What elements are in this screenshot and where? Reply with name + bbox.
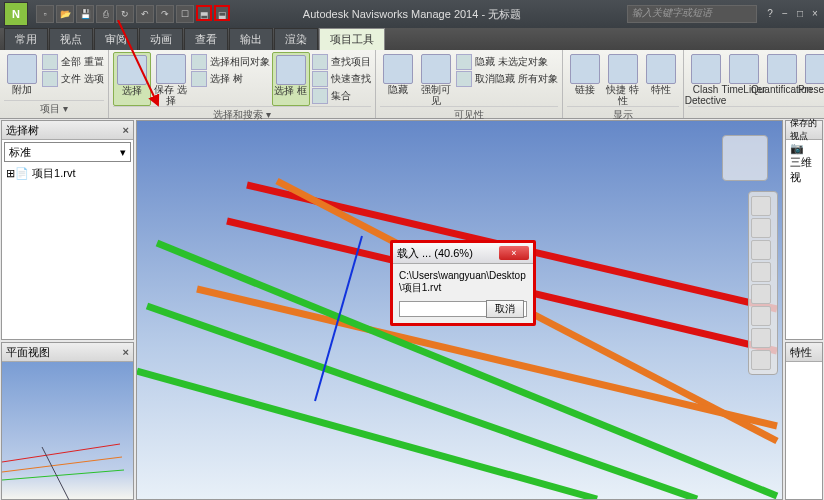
nav-pan-icon[interactable] [751, 218, 771, 238]
qat-highlighted-2[interactable]: ⬓ [214, 5, 230, 21]
links-button[interactable]: 链接 [567, 52, 603, 106]
qat-print-icon[interactable]: ⎙ [96, 5, 114, 23]
dialog-title-bar[interactable]: 载入 ... (40.6%) × [393, 243, 533, 264]
qat-new-icon[interactable]: ▫ [36, 5, 54, 23]
group-label: 项目 ▾ [4, 100, 104, 116]
hide-button[interactable]: 隐藏 [380, 52, 416, 106]
load-dialog: 载入 ... (40.6%) × C:\Users\wangyuan\Deskt… [390, 240, 536, 326]
quick-access-toolbar: ▫ 📂 💾 ⎙ ↻ ↶ ↷ ☐ ⬒ ⬓ [32, 3, 234, 25]
quick-properties-button[interactable]: 快捷 特性 [605, 52, 641, 106]
file-options-button[interactable]: 文件 选项 [42, 71, 104, 87]
save-selection-button[interactable]: 保存 选择 [153, 52, 189, 106]
saved-viewpoints-panel: 保存的视点 📷 三维视 [785, 120, 823, 340]
panel-header[interactable]: 选择树× [2, 121, 133, 140]
cancel-button[interactable]: 取消 [486, 300, 524, 318]
ribbon-group-tools: Clash Detective TimeLiner Quantification… [684, 50, 824, 118]
tree-content[interactable]: ⊞📄 项目1.rvt [2, 164, 133, 339]
select-tree-button[interactable]: 选择 树 [191, 71, 270, 87]
qat-refresh-icon[interactable]: ↻ [116, 5, 134, 23]
nav-camera-icon[interactable] [751, 350, 771, 370]
tab-viewpoint[interactable]: 视点 [49, 28, 93, 50]
tab-output[interactable]: 输出 [229, 28, 273, 50]
quick-find-button[interactable]: 快速查找 [312, 71, 371, 87]
plan-view[interactable] [2, 362, 133, 499]
force-visible-button[interactable]: 强制可见 [418, 52, 454, 106]
nav-orbit-icon[interactable] [751, 262, 771, 282]
close-icon[interactable]: × [808, 7, 822, 21]
hide-unselected-button[interactable]: 隐藏 未选定对象 [456, 54, 558, 70]
tab-view[interactable]: 查看 [184, 28, 228, 50]
left-dock: 选择树× 标准▾ ⊞📄 项目1.rvt 平面视图× [0, 119, 135, 500]
panel-header[interactable]: 平面视图× [2, 343, 133, 362]
select-same-button[interactable]: 选择相同对象 [191, 54, 270, 70]
viewcube[interactable] [722, 135, 768, 181]
ribbon-group-display: 链接 快捷 特性 特性 显示 [563, 50, 684, 118]
plan-view-panel: 平面视图× [1, 342, 134, 500]
window-title: Autodesk Navisworks Manage 2014 - 无标题 [303, 7, 521, 22]
nav-zoom-icon[interactable] [751, 240, 771, 260]
app-logo[interactable]: N [4, 2, 28, 26]
tab-animation[interactable]: 动画 [139, 28, 183, 50]
ribbon-group-project: 附加 全部 重置 文件 选项 项目 ▾ [0, 50, 109, 118]
dialog-path: C:\Users\wangyuan\Desktop\项目1.rvt [399, 270, 527, 295]
presenter-button[interactable]: Presenter [802, 52, 824, 106]
qat-undo-icon[interactable]: ↶ [136, 5, 154, 23]
reset-all-button[interactable]: 全部 重置 [42, 54, 104, 70]
timeliner-button[interactable]: TimeLiner [726, 52, 762, 106]
navigation-bar [748, 191, 778, 375]
ribbon-group-select: 选择 保存 选择 选择相同对象 选择 树 选择 框 查找项目 快速查找 集合 选… [109, 50, 376, 118]
panel-header[interactable]: 特性 [786, 343, 822, 362]
qat-save-icon[interactable]: 💾 [76, 5, 94, 23]
close-panel-icon[interactable]: × [123, 124, 129, 136]
window-controls: ? − □ × [763, 7, 822, 21]
qat-redo-icon[interactable]: ↷ [156, 5, 174, 23]
select-box-button[interactable]: 选择 框 [272, 52, 310, 106]
nav-wheel-icon[interactable] [751, 196, 771, 216]
qat-open-icon[interactable]: 📂 [56, 5, 74, 23]
panel-header[interactable]: 保存的视点 [786, 121, 822, 140]
maximize-icon[interactable]: □ [793, 7, 807, 21]
svg-line-9 [147, 306, 697, 499]
nav-look-icon[interactable] [751, 284, 771, 304]
right-dock: 保存的视点 📷 三维视 特性 [784, 119, 824, 500]
tab-item-tools[interactable]: 项目工具 [319, 28, 385, 50]
unhide-all-button[interactable]: 取消隐藏 所有对象 [456, 71, 558, 87]
properties-panel: 特性 [785, 342, 823, 500]
clash-detective-button[interactable]: Clash Detective [688, 52, 724, 106]
quantification-button[interactable]: Quantification [764, 52, 800, 106]
ribbon: 附加 全部 重置 文件 选项 项目 ▾ 选择 保存 选择 选择相同对象 选择 树… [0, 50, 824, 119]
tree-mode-combo[interactable]: 标准▾ [4, 142, 131, 162]
nav-fly-icon[interactable] [751, 328, 771, 348]
tab-review[interactable]: 审阅 [94, 28, 138, 50]
tab-render[interactable]: 渲染 [274, 28, 318, 50]
progress-bar: 取消 [399, 301, 527, 317]
qat-select-icon[interactable]: ☐ [176, 5, 194, 23]
help-icon[interactable]: ? [763, 7, 777, 21]
ribbon-tabs: 常用 视点 审阅 动画 查看 输出 渲染 项目工具 [0, 28, 824, 50]
select-button[interactable]: 选择 [113, 52, 151, 106]
sets-button[interactable]: 集合 [312, 88, 371, 104]
tab-home[interactable]: 常用 [4, 28, 48, 50]
attach-button[interactable]: 附加 [4, 52, 40, 100]
dialog-title: 载入 ... (40.6%) [397, 246, 473, 261]
selection-tree-panel: 选择树× 标准▾ ⊞📄 项目1.rvt [1, 120, 134, 340]
svg-line-10 [137, 371, 597, 499]
title-bar: N ▫ 📂 💾 ⎙ ↻ ↶ ↷ ☐ ⬒ ⬓ Autodesk Naviswork… [0, 0, 824, 28]
svg-line-3 [42, 447, 70, 500]
help-search[interactable]: 输入关键字或短语 [627, 5, 757, 23]
ribbon-group-visibility: 隐藏 强制可见 隐藏 未选定对象 取消隐藏 所有对象 可见性 [376, 50, 563, 118]
nav-walk-icon[interactable] [751, 306, 771, 326]
svg-line-2 [2, 470, 124, 480]
chevron-down-icon: ▾ [120, 146, 126, 159]
find-items-button[interactable]: 查找项目 [312, 54, 371, 70]
dialog-close-button[interactable]: × [499, 246, 529, 260]
minimize-icon[interactable]: − [778, 7, 792, 21]
properties-button[interactable]: 特性 [643, 52, 679, 106]
qat-highlighted-1[interactable]: ⬒ [196, 5, 212, 21]
viewpoint-tree[interactable]: 📷 三维视 [786, 140, 822, 339]
close-panel-icon[interactable]: × [123, 346, 129, 358]
